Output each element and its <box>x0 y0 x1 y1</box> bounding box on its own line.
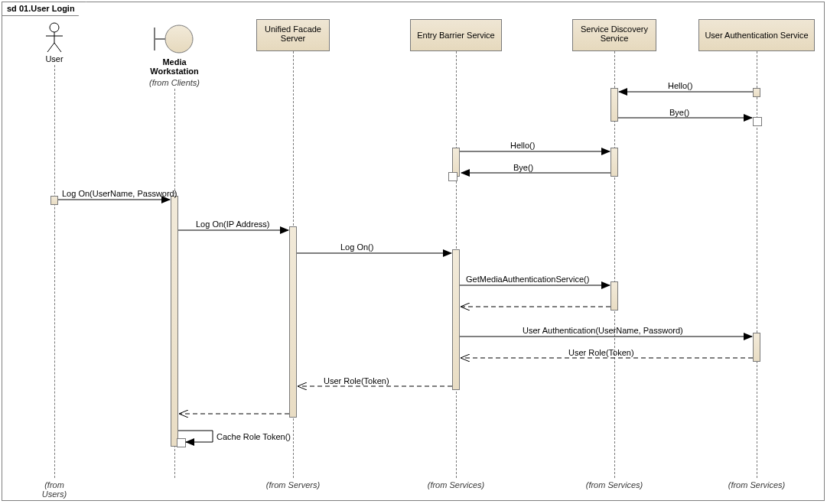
msg-userauth: User Authentication(UserName, Password) <box>523 326 683 335</box>
svg-point-0 <box>50 23 59 32</box>
activation-disc-2 <box>610 148 618 177</box>
activation-media-1 <box>171 196 178 447</box>
msg-bye-1: Bye() <box>669 108 689 117</box>
lifeline-user <box>54 65 55 478</box>
msg-logon-ip: Log On(IP Address) <box>196 219 269 229</box>
svg-line-4 <box>54 43 61 52</box>
self-marker-media-cache <box>177 438 186 447</box>
self-marker-entry-bye <box>448 172 457 181</box>
msg-hello-2: Hello() <box>510 141 535 150</box>
user-from-label: (from Users) <box>31 480 77 499</box>
actor-user <box>43 21 66 55</box>
entry-from-label: (from Services) <box>425 480 487 489</box>
boundary-media-label: Media Workstation <box>149 57 200 76</box>
activation-user-1 <box>50 196 58 205</box>
auth-from-label: (from Services) <box>726 480 787 489</box>
media-label-text: Media Workstation <box>150 57 198 76</box>
msg-role-1: User Role(Token) <box>568 348 634 357</box>
discovery-label: Service Discovery Service <box>581 24 648 43</box>
facade-label: Unified Facade Server <box>265 24 321 43</box>
entry-label: Entry Barrier Service <box>417 31 494 40</box>
msg-logon: Log On() <box>340 242 373 252</box>
activation-auth-2 <box>753 333 760 362</box>
boundary-media-workstation <box>153 23 196 57</box>
frame-title: sd 01.User Login <box>2 2 86 16</box>
msg-logon-user: Log On(UserName, Password) <box>62 189 177 198</box>
activation-entry-2 <box>452 249 460 390</box>
discovery-from-label: (from Services) <box>584 480 645 489</box>
activation-facade-1 <box>289 226 297 418</box>
msg-getmedia: GetMediaAuthenticationService() <box>466 275 589 284</box>
activation-auth-1 <box>753 88 760 97</box>
participant-auth: User Authentication Service <box>698 19 815 51</box>
participant-discovery: Service Discovery Service <box>572 19 656 51</box>
participant-facade: Unified Facade Server <box>256 19 330 51</box>
sequence-diagram-frame: sd 01.User Login User Media Workstation <box>2 2 825 501</box>
svg-line-3 <box>47 43 54 52</box>
media-from-label: (from Clients) <box>148 78 201 87</box>
svg-point-7 <box>165 25 193 53</box>
msg-hello-1: Hello() <box>668 81 692 90</box>
participant-entry: Entry Barrier Service <box>410 19 502 51</box>
auth-label: User Authentication Service <box>705 31 808 40</box>
msg-role-2: User Role(Token) <box>324 376 389 385</box>
msg-cache: Cache Role Token() <box>217 432 291 441</box>
msg-bye-2: Bye() <box>513 163 533 172</box>
activation-disc-3 <box>610 281 618 311</box>
message-arrows <box>2 2 825 502</box>
self-marker-auth-bye <box>753 117 762 126</box>
lifeline-auth <box>757 51 757 478</box>
activation-disc-1 <box>610 88 618 122</box>
facade-from-label: (from Servers) <box>264 480 322 489</box>
actor-user-label: User <box>45 54 63 63</box>
